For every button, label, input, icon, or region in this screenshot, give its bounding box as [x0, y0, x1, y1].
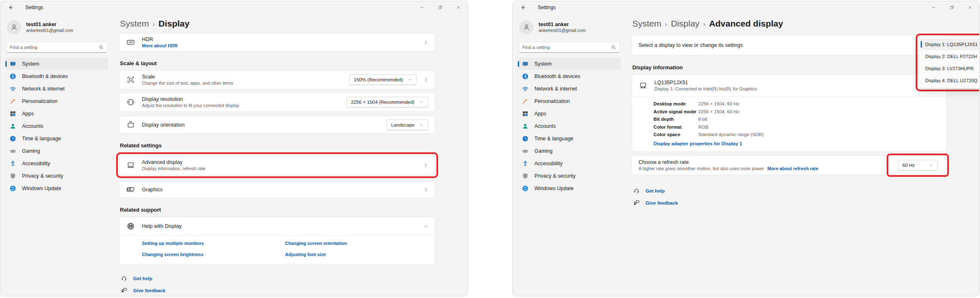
sidebar-item-system[interactable]: System	[518, 58, 621, 70]
resolution-dropdown[interactable]: 2256 × 1504 (Recommended)	[346, 97, 428, 107]
give-feedback-link[interactable]: Give feedback	[133, 288, 166, 293]
display-option-display-3[interactable]: Display 3: LV273HUPR	[921, 63, 980, 74]
display-select-popup: Display 1: LQ135P1JX51Display 2: DELL P2…	[919, 37, 980, 88]
help-with-display-header[interactable]: Help with Display	[119, 217, 435, 235]
app-title: Settings	[538, 5, 556, 10]
chevron-right-icon	[423, 40, 428, 45]
detail-label: Bit depth	[653, 116, 698, 122]
scale-dropdown[interactable]: 150% (Recommended)	[349, 74, 417, 85]
sidebar-item-windows-update[interactable]: Windows Update	[5, 182, 108, 194]
help-link-changing-screen-brightness[interactable]: Changing screen brightness	[142, 252, 285, 257]
give-feedback-link[interactable]: Give feedback	[646, 200, 678, 205]
help-link-adjusting-font-size[interactable]: Adjusting font size	[285, 252, 428, 257]
breadcrumb-system[interactable]: System	[632, 18, 661, 29]
search-box[interactable]	[6, 42, 107, 53]
sidebar-item-windows-update[interactable]: Windows Update	[518, 182, 621, 194]
sidebar-item-privacy-security[interactable]: Privacy & security	[5, 170, 108, 182]
hdr-title: HDR	[142, 37, 178, 42]
display-orientation-row[interactable]: Display orientation Landscape	[119, 116, 435, 134]
sidebar-item-bluetooth-devices[interactable]: Bluetooth & devices	[5, 70, 108, 82]
breadcrumb-display[interactable]: Display	[671, 18, 700, 29]
graphics-row[interactable]: Graphics	[119, 181, 435, 198]
sidebar-item-network-internet[interactable]: Network & internet	[518, 83, 621, 95]
display-option-display-2[interactable]: Display 2: DELL P2722H	[921, 51, 980, 62]
close-button[interactable]	[961, 1, 979, 14]
get-help-link[interactable]: Get help	[646, 188, 665, 193]
get-help-row[interactable]: Get help	[633, 188, 947, 194]
chevron-down-icon	[419, 123, 424, 127]
annotation-box-display-list: Display 1: LQ135P1JX51Display 2: DELL P2…	[916, 34, 980, 91]
user-email: ankertest01@gmail.com	[539, 28, 585, 33]
breadcrumb-system[interactable]: System	[120, 18, 149, 29]
get-help-row[interactable]: Get help	[121, 275, 435, 282]
get-help-link[interactable]: Get help	[133, 276, 152, 281]
person-icon	[10, 24, 18, 31]
sidebar-item-accessibility[interactable]: Accessibility	[5, 157, 108, 169]
advanced-display-row[interactable]: Advanced display Display information, re…	[119, 155, 435, 175]
orientation-icon	[127, 121, 135, 129]
display-details: Desktop mode2256 × 1504, 60 HzActive sig…	[632, 96, 946, 137]
search-input[interactable]	[522, 45, 611, 50]
back-arrow-icon	[8, 5, 14, 10]
sidebar-item-time-language[interactable]: Time & language	[518, 132, 621, 144]
sidebar-item-privacy-security[interactable]: Privacy & security	[518, 170, 621, 182]
orientation-dropdown[interactable]: Landscape	[387, 120, 428, 130]
minimize-button[interactable]	[924, 1, 943, 14]
sidebar-item-label: Network & internet	[534, 86, 577, 92]
sidebar-item-apps[interactable]: Apps	[5, 107, 108, 120]
sidebar-item-personalization[interactable]: Personalization	[518, 95, 621, 107]
minimize-icon	[419, 5, 424, 10]
sidebar-item-system[interactable]: System	[5, 58, 108, 70]
sidebar-item-gaming[interactable]: Gaming	[518, 145, 621, 157]
update-icon	[10, 185, 16, 192]
minimize-button[interactable]	[413, 1, 431, 14]
sidebar-item-label: System	[22, 61, 39, 67]
sidebar-item-gaming[interactable]: Gaming	[5, 145, 108, 157]
more-about-refresh-rate-link[interactable]: More about refresh rate	[767, 166, 818, 171]
display-option-display-1[interactable]: Display 1: LQ135P1JX51	[921, 39, 980, 50]
display-adapter-properties-link[interactable]: Display adapter properties for Display 1	[653, 141, 742, 146]
hdr-row[interactable]: HDR More about HDR	[119, 33, 435, 51]
help-link-setting-up-multiple-monitors[interactable]: Setting up multiple monitors	[142, 241, 285, 246]
sidebar-item-network-internet[interactable]: Network & internet	[5, 83, 108, 95]
give-feedback-row[interactable]: Give feedback	[121, 287, 435, 294]
restore-icon	[949, 5, 954, 10]
display-resolution-row[interactable]: Display resolution Adjust the resolution…	[119, 93, 435, 112]
back-button[interactable]	[5, 2, 17, 12]
more-about-hdr-link[interactable]: More about HDR	[142, 43, 178, 48]
give-feedback-row[interactable]: Give feedback	[633, 200, 947, 206]
orientation-title: Display orientation	[142, 122, 185, 128]
sidebar-item-label: Bluetooth & devices	[22, 73, 68, 79]
search-box[interactable]	[519, 42, 620, 53]
sidebar-item-accounts[interactable]: Accounts	[518, 120, 621, 132]
refresh-rate-dropdown[interactable]: 60 Hz	[898, 160, 938, 171]
search-input[interactable]	[10, 45, 99, 50]
restore-button[interactable]	[431, 1, 449, 14]
sidebar-item-label: Gaming	[22, 148, 40, 154]
sidebar-item-accounts[interactable]: Accounts	[5, 120, 108, 132]
back-button[interactable]	[517, 2, 529, 12]
window-controls	[413, 1, 468, 14]
footer-links: Get help Give feedback	[631, 188, 947, 206]
user-account[interactable]: test01 anker ankertest01@gmail.com	[5, 15, 109, 37]
user-name: test01 anker	[26, 22, 73, 28]
sidebar-item-bluetooth-devices[interactable]: Bluetooth & devices	[518, 70, 621, 82]
sidebar-item-apps[interactable]: Apps	[518, 107, 621, 120]
settings-window-advanced-display: Settings test01 anker ankertest01@gmail.…	[512, 1, 980, 296]
sidebar-item-personalization[interactable]: Personalization	[5, 95, 108, 107]
sidebar-item-label: Time & language	[22, 136, 61, 142]
display-connection: Display 1: Connected to Intel(R) Iris(R)…	[654, 86, 757, 91]
help-link-changing-screen-orientation[interactable]: Changing screen orientation	[285, 241, 428, 246]
monitor-icon	[127, 161, 135, 169]
user-account[interactable]: test01 anker ankertest01@gmail.com	[517, 15, 622, 37]
restore-button[interactable]	[943, 1, 961, 14]
display-option-display-4[interactable]: Display 4: DELL U2720Q	[921, 75, 980, 86]
detail-label: Color space	[653, 132, 698, 137]
get-help-icon	[121, 275, 127, 282]
scale-row[interactable]: Scale Change the size of text, apps, and…	[119, 70, 435, 89]
sidebar-item-time-language[interactable]: Time & language	[5, 132, 108, 144]
close-button[interactable]	[449, 1, 468, 14]
brush-icon	[522, 98, 529, 105]
sidebar-item-accessibility[interactable]: Accessibility	[518, 157, 621, 169]
sidebar-item-label: Accounts	[534, 123, 556, 129]
